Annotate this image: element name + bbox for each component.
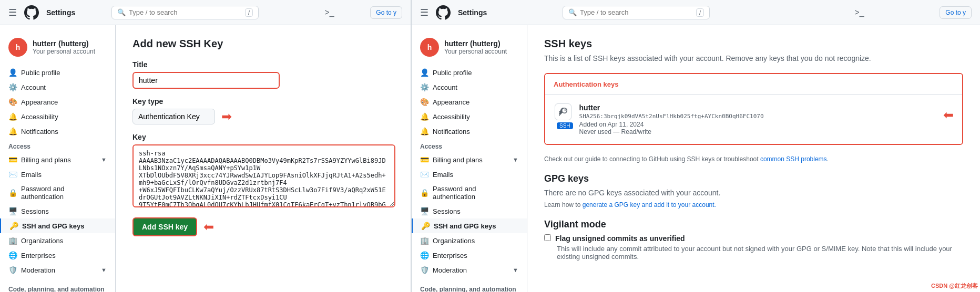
sidebar-r-billing[interactable]: 💳 Billing and plans ▼ [412, 152, 527, 167]
key-type-label: Key type [132, 97, 394, 106]
sidebar-right: h hutterr (hutterg) Your personal accoun… [412, 25, 527, 292]
r-lock-icon: 🔒 [420, 189, 428, 197]
sidebar-item-public-profile[interactable]: 👤 Public profile [0, 65, 115, 80]
sidebar-label-billing: Billing and plans [21, 156, 71, 164]
watermark: CSDN @红龙创客 [931, 282, 978, 290]
hamburger-icon[interactable]: ☰ [8, 7, 17, 18]
sidebar-label-accessibility: Accessibility [21, 113, 58, 121]
sidebar-r-appearance[interactable]: 🎨 Appearance [412, 95, 527, 109]
user-profile: h hutterr (hutterg) Your personal accoun… [0, 34, 115, 65]
sidebar-item-password[interactable]: 🔒 Password and authentication [0, 182, 115, 204]
key-textarea[interactable]: ssh-rsa AAAAB3NzaC1yc2EAAAADAQABAAABQ0DB… [132, 144, 395, 207]
vigilant-checkbox[interactable] [544, 234, 551, 241]
r-org-icon: 🏢 [420, 236, 428, 245]
sidebar-r-notifications[interactable]: 🔔 Notifications [412, 124, 527, 139]
sidebar-item-sessions[interactable]: 🖥️ Sessions [0, 204, 115, 218]
key-fingerprint: SHA256:3brqjk09dVA5t2nUsFlHkb025ftg+AYCk… [579, 113, 937, 120]
red-arrow-btn: ⬅ [203, 220, 214, 234]
monitor-icon: 🖥️ [8, 207, 17, 215]
hamburger-icon-right[interactable]: ☰ [420, 7, 428, 18]
r-key-icon: 🔑 [421, 222, 430, 230]
github-logo-right [435, 4, 452, 21]
sidebar-item-ssh-gpg[interactable]: 🔑 SSH and GPG keys [0, 218, 115, 233]
ssh-key-item: SSH hutter SHA256:3brqjk09dVA5t2nUsFlHkb… [545, 95, 962, 144]
sidebar-r-sessions[interactable]: 🖥️ Sessions [412, 204, 527, 218]
r-email-icon: ✉️ [420, 170, 428, 179]
sidebar-item-account[interactable]: ⚙️ Account [0, 80, 115, 95]
ssh-keys-page: SSH keys This is a list of SSH keys asso… [527, 25, 980, 292]
accessibility-icon: 🔔 [8, 112, 17, 121]
sidebar-r-accessibility[interactable]: 🔔 Accessibility [412, 109, 527, 124]
r-label-enterprises: Enterprises [433, 252, 467, 259]
topbar-right: ☰ Settings 🔍 / >_ Go to y [412, 0, 980, 25]
user-subtitle-right: Your personal account [444, 48, 507, 55]
r-label-emails: Emails [433, 171, 453, 179]
access-section-label: Access [0, 139, 115, 152]
sidebar-label-moderation: Moderation [21, 266, 55, 274]
sidebar-r-public-profile[interactable]: 👤 Public profile [412, 65, 527, 80]
bell-icon: 🔔 [8, 127, 17, 135]
sidebar-item-notifications[interactable]: 🔔 Notifications [0, 124, 115, 139]
search-box-right[interactable]: 🔍 / [563, 6, 710, 19]
r-monitor-icon: 🖥️ [420, 207, 428, 215]
sidebar-r-moderation[interactable]: 🛡️ Moderation ▼ [412, 263, 527, 277]
r-label-ssh-gpg: SSH and GPG keys [434, 222, 496, 230]
chevron-down-icon-mod: ▼ [101, 267, 107, 273]
goto-button[interactable]: Go to y [370, 6, 402, 19]
sidebar-label-notifications: Notifications [21, 128, 58, 135]
lock-icon: 🔒 [8, 189, 17, 197]
sidebar-r-account[interactable]: ⚙️ Account [412, 80, 527, 95]
title-input[interactable] [132, 72, 280, 89]
sidebar-label-organizations: Organizations [21, 237, 63, 245]
search-input-right[interactable] [580, 8, 693, 16]
search-shortcut: / [245, 8, 253, 17]
sidebar-r-emails[interactable]: ✉️ Emails [412, 167, 527, 182]
r-label-public-profile: Public profile [433, 69, 472, 77]
billing-icon: 💳 [8, 155, 17, 164]
key-item-icon [555, 103, 571, 120]
search-box[interactable]: 🔍 / [111, 6, 259, 19]
r-moderation-icon: 🛡️ [420, 266, 428, 274]
red-arrow-key-type: ➡ [221, 109, 232, 124]
github-logo [23, 4, 40, 21]
sidebar-label-emails: Emails [21, 171, 42, 179]
gpg-generate-link[interactable]: generate a GPG key and add it to your ac… [583, 201, 716, 208]
sidebar-item-emails[interactable]: ✉️ Emails [0, 167, 115, 182]
vigilant-checkbox-label[interactable]: Flag unsigned commits as unverified [544, 234, 963, 243]
sidebar-r-enterprises[interactable]: 🌐 Enterprises [412, 248, 527, 263]
sidebar-item-appearance[interactable]: 🎨 Appearance [0, 95, 115, 109]
sidebar-item-enterprises[interactable]: 🌐 Enterprises [0, 248, 115, 263]
r-chevron-mod: ▼ [513, 267, 518, 273]
terminal-icon-right[interactable]: >_ [854, 8, 864, 17]
gpg-description: There are no GPG keys associated with yo… [544, 189, 963, 197]
sidebar-item-billing[interactable]: 💳 Billing and plans ▼ [0, 152, 115, 167]
sidebar-item-moderation[interactable]: 🛡️ Moderation ▼ [0, 263, 115, 277]
r-label-organizations: Organizations [433, 237, 475, 245]
sidebar-r-password[interactable]: 🔒 Password and authentication [412, 182, 527, 204]
goto-button-right[interactable]: Go to y [940, 6, 972, 19]
sidebar-label-password: Password and authentication [21, 185, 107, 201]
vigilant-title: Vigilant mode [544, 219, 963, 230]
ssh-common-problems-link[interactable]: common SSH problems [760, 155, 827, 163]
r-access-label: Access [412, 139, 527, 152]
key-type-group: Key type Authentication Key Signing Key … [132, 97, 394, 124]
title-group: Title [132, 60, 394, 89]
sidebar-label-account: Account [21, 84, 46, 91]
r-label-billing: Billing and plans [433, 156, 483, 164]
terminal-icon[interactable]: >_ [324, 8, 334, 17]
search-input[interactable] [129, 8, 242, 16]
submit-area: Add SSH key ⬅ [132, 217, 394, 236]
r-billing-icon: 💳 [420, 155, 428, 164]
sidebar-item-organizations[interactable]: 🏢 Organizations [0, 233, 115, 248]
r-label-appearance: Appearance [433, 98, 469, 106]
avatar: h [8, 38, 27, 57]
sidebar-item-accessibility[interactable]: 🔔 Accessibility [0, 109, 115, 124]
key-details: hutter SHA256:3brqjk09dVA5t2nUsFlHkb025f… [579, 103, 937, 135]
user-profile-right: h hutterr (hutterg) Your personal accoun… [412, 34, 527, 65]
app-title-right: Settings [458, 8, 487, 17]
r-label-notifications: Notifications [433, 128, 470, 135]
sidebar-r-organizations[interactable]: 🏢 Organizations [412, 233, 527, 248]
sidebar-r-ssh-gpg[interactable]: 🔑 SSH and GPG keys [412, 218, 527, 233]
key-type-select[interactable]: Authentication Key Signing Key [132, 109, 215, 124]
add-ssh-key-button[interactable]: Add SSH key [132, 217, 197, 236]
